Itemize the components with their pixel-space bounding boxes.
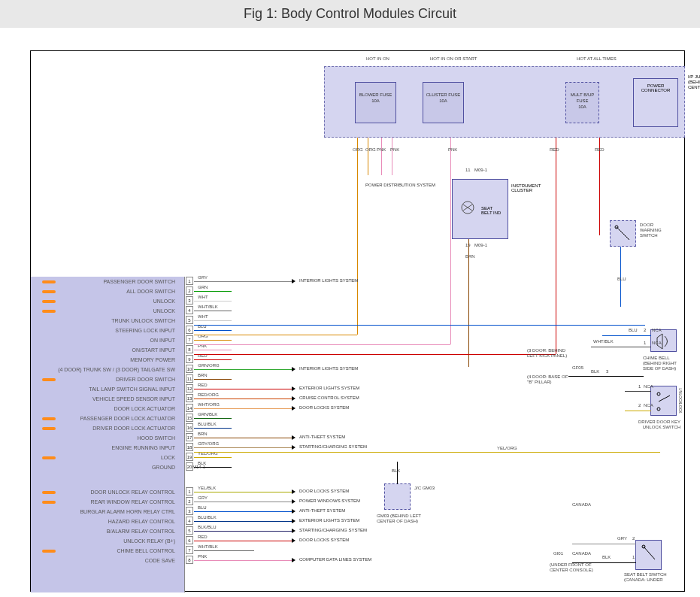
wire-brn: [468, 239, 469, 367]
pin-20: GROUND20: [31, 462, 184, 472]
wire-org-1: [357, 138, 358, 335]
cluster-fuse: CLUSTER FUSE 10A: [423, 82, 464, 123]
pin-11: DRIVER DOOR SWITCH11: [31, 374, 184, 384]
hot-label-3: HOT AT ALL TIMES: [577, 56, 617, 62]
pin-7: ON INPUT7: [31, 335, 184, 345]
hot-label-2: HOT IN ON OR START: [430, 56, 477, 62]
pin2-4: HAZARD RELAY CONTROL4: [31, 517, 184, 526]
wire-org-2: [368, 138, 368, 175]
pin-1: PASSENGER DOOR SWITCH1: [31, 277, 184, 286]
pin-8: ON/START INPUT8: [31, 345, 184, 355]
pin2-6: UNLOCK RELAY (B+)6: [31, 536, 184, 546]
junction-box-label: I/P JUNCTION BOX (BEHIND LEFT CENTER OF …: [688, 74, 700, 90]
svg-point-3: [657, 408, 660, 411]
pin2-7: CHIME BELL CONTROL7: [31, 546, 184, 556]
pin-10: (4 DOOR) TRUNK SW / (3 DOOR) TAILGATE SW…: [31, 365, 184, 374]
pin-6: STEERING LOCK INPUT6: [31, 326, 184, 335]
figure-title: Fig 1: Body Control Modules Circuit: [0, 0, 700, 28]
switch-icon: [611, 221, 637, 247]
pin-17: HOOD SWITCH17: [31, 433, 184, 443]
wiring-diagram: HOT IN ON HOT IN ON OR START HOT AT ALL …: [30, 50, 685, 592]
wire-red-1: [556, 138, 556, 354]
power-connector: POWER CONNECTOR: [633, 78, 678, 127]
seat-belt-icon: [459, 198, 477, 221]
wire-pnk-1: [381, 138, 382, 175]
pin2-8: CODE SAVE8: [31, 556, 184, 565]
wire-pnk-3: [450, 138, 451, 344]
gm03-junction: [384, 483, 411, 510]
pin2-1: DOOR UNLOCK RELAY CONTROL1: [31, 487, 184, 497]
pin-14: DOOR LOCK ACTUATOR14: [31, 404, 184, 414]
wire-pnk-2: [392, 138, 392, 175]
seat-belt-switch: [635, 540, 662, 570]
door-key-unlock-switch: [650, 386, 677, 416]
bcm-connector-block: PASSENGER DOOR SWITCH1ALL DOOR SWITCH2UN…: [31, 277, 185, 592]
hot-label-1: HOT IN ON: [366, 56, 389, 62]
pin-5: TRUNK UNLOCK SWITCH5: [31, 316, 184, 326]
pin-4: UNLOCK4: [31, 306, 184, 316]
pin-18: ENGINE RUNNING INPUT18: [31, 443, 184, 453]
switch-icon: [636, 541, 662, 571]
instrument-cluster: INSTRUMENT CLUSTER SEAT BELT IND: [452, 179, 508, 239]
switch-icon: [651, 386, 677, 417]
mult-bup-fuse: MULT B/UP FUSE 10A: [565, 82, 599, 123]
junction-box: HOT IN ON HOT IN ON OR START HOT AT ALL …: [324, 66, 685, 138]
pin-12: TAIL LAMP SWITCH SIGNAL INPUT12: [31, 384, 184, 394]
pin-13: VEHICLE SPEED SENSOR INPUT13: [31, 394, 184, 404]
pin-3: UNLOCK3: [31, 296, 184, 306]
wire-red-2: [599, 138, 600, 235]
pin-16: DRIVER DOOR LOCK ACTUATOR16: [31, 423, 184, 433]
svg-point-2: [657, 392, 660, 395]
pin-2: ALL DOOR SWITCH2: [31, 286, 184, 296]
pin2-5: B/ALARM RELAY CONTROL5: [31, 526, 184, 536]
power-dist-label: POWER DISTRIBUTION SYSTEM: [365, 183, 435, 187]
pin2-3: BURGLAR ALARM HORN RELAY CTRL3: [31, 507, 184, 517]
pin-9: MEMORY POWER9: [31, 355, 184, 365]
pin2-2: REAR WINDOW RELAY CONTROL2: [31, 497, 184, 507]
pin-15: PASSENGER DOOR LOCK ACTUATOR15: [31, 414, 184, 423]
pin-19: LOCK19: [31, 453, 184, 462]
door-warning-switch: [610, 220, 636, 247]
blower-fuse: BLOWER FUSE 10A: [355, 82, 396, 123]
